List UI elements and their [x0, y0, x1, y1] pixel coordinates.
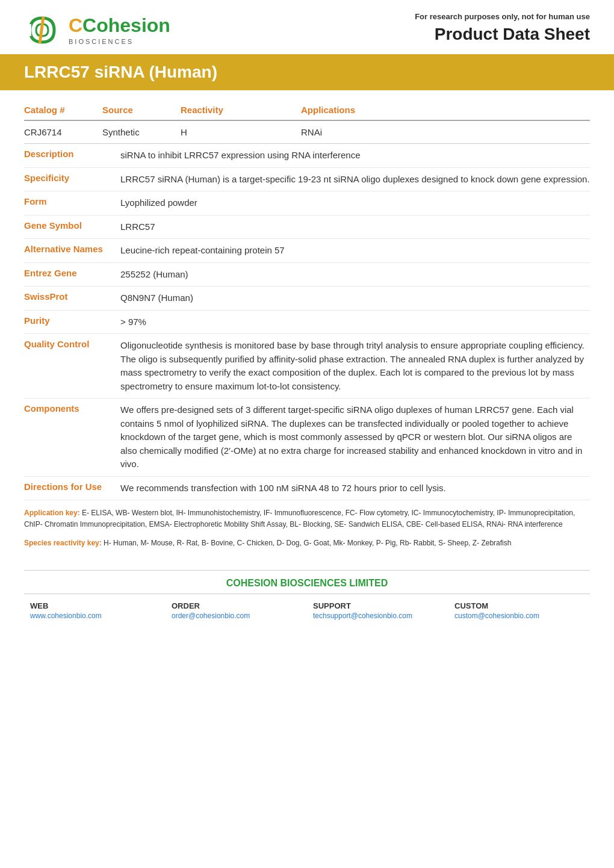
alt-names-label: Alternative Names [24, 244, 120, 254]
svg-line-1 [40, 17, 43, 43]
gene-symbol-label: Gene Symbol [24, 220, 120, 231]
components-value: We offers pre-designed sets of 3 differe… [120, 403, 590, 471]
svg-rect-0 [24, 24, 31, 36]
qc-label: Quality Control [24, 339, 120, 349]
logo-ohesion: Cohesion [82, 14, 170, 36]
footer-order-label: ORDER [172, 601, 301, 610]
alt-names-value: Leucine-rich repeat-containing protein 5… [120, 244, 590, 258]
footer-custom-label: CUSTOM [454, 601, 584, 610]
footer: COHESION BIOSCIENCES LIMITED WEB www.coh… [0, 570, 614, 627]
directions-label: Directions for Use [24, 482, 120, 492]
entrez-label: Entrez Gene [24, 268, 120, 278]
title-bar: LRRC57 siRNA (Human) [0, 54, 614, 90]
catalog-value: CRJ6714 [24, 127, 102, 137]
entrez-row: Entrez Gene 255252 (Human) [24, 263, 590, 287]
qc-value: Oligonucleotide synthesis is monitored b… [120, 339, 590, 393]
table-header: Catalog # Source Reactivity Applications [24, 96, 590, 121]
purity-label: Purity [24, 315, 120, 326]
specificity-value: LRRC57 siRNA (Human) is a target-specifi… [120, 173, 590, 187]
logo-area: CCohesion BIOSCIENCES [24, 12, 170, 48]
logo-biosciences: BIOSCIENCES [69, 38, 170, 45]
app-key-value: E- ELISA, WB- Western blot, IH- Immunohi… [24, 509, 575, 529]
footer-order-value[interactable]: order@cohesionbio.com [172, 612, 301, 620]
gene-symbol-value: LRRC57 [120, 220, 590, 234]
table-row: CRJ6714 Synthetic H RNAi [24, 121, 590, 144]
footer-web-value[interactable]: www.cohesionbio.com [30, 612, 160, 620]
purity-row: Purity > 97% [24, 311, 590, 335]
species-key-value: H- Human, M- Mouse, R- Rat, B- Bovine, C… [104, 539, 511, 547]
form-label: Form [24, 196, 120, 206]
purity-value: > 97% [120, 315, 590, 329]
description-label: Description [24, 149, 120, 159]
form-value: Lyophilized powder [120, 196, 590, 210]
components-row: Components We offers pre-designed sets o… [24, 398, 590, 477]
form-row: Form Lyophilized powder [24, 191, 590, 215]
footer-support-value[interactable]: techsupport@cohesionbio.com [313, 612, 442, 620]
logo-name: CCohesion [69, 15, 170, 36]
product-data-sheet-title: Product Data Sheet [415, 25, 590, 44]
col-applications-header: Applications [301, 105, 590, 115]
header-right: For research purposes only, not for huma… [415, 12, 590, 44]
alt-names-row: Alternative Names Leucine-rich repeat-co… [24, 239, 590, 263]
col-catalog-header: Catalog # [24, 105, 102, 115]
footer-links: WEB www.cohesionbio.com ORDER order@cohe… [24, 594, 590, 627]
application-key: Application key: E- ELISA, WB- Western b… [24, 507, 590, 530]
species-key: Species reactivity key: H- Human, M- Mou… [24, 538, 590, 549]
footer-col-support: SUPPORT techsupport@cohesionbio.com [307, 598, 448, 624]
entrez-value: 255252 (Human) [120, 268, 590, 282]
header: CCohesion BIOSCIENCES For research purpo… [0, 0, 614, 54]
swissprot-label: SwissProt [24, 291, 120, 302]
footer-custom-value[interactable]: custom@cohesionbio.com [454, 612, 584, 620]
research-note: For research purposes only, not for huma… [415, 12, 590, 21]
reactivity-value: H [181, 127, 301, 137]
specificity-label: Specificity [24, 173, 120, 183]
product-title: LRRC57 siRNA (Human) [24, 63, 590, 82]
footer-company: COHESION BIOSCIENCES LIMITED [24, 570, 590, 589]
logo-text-block: CCohesion BIOSCIENCES [69, 15, 170, 45]
directions-value: We recommends transfection with 100 nM s… [120, 482, 590, 495]
gene-symbol-row: Gene Symbol LRRC57 [24, 215, 590, 240]
logo-c: C [69, 14, 82, 36]
qc-row: Quality Control Oligonucleotide synthesi… [24, 334, 590, 398]
app-key-label: Application key: [24, 509, 80, 517]
swissprot-value: Q8N9N7 (Human) [120, 291, 590, 305]
source-value: Synthetic [102, 127, 181, 137]
applications-value: RNAi [301, 127, 590, 137]
directions-row: Directions for Use We recommends transfe… [24, 477, 590, 501]
species-key-label: Species reactivity key: [24, 539, 102, 547]
specificity-row: Specificity LRRC57 siRNA (Human) is a ta… [24, 168, 590, 192]
description-value: siRNA to inhibit LRRC57 expression using… [120, 149, 590, 163]
logo-icon [24, 12, 66, 48]
footer-support-label: SUPPORT [313, 601, 442, 610]
col-source-header: Source [102, 105, 181, 115]
footer-col-custom: CUSTOM custom@cohesionbio.com [448, 598, 590, 624]
description-row: Description siRNA to inhibit LRRC57 expr… [24, 144, 590, 168]
components-label: Components [24, 403, 120, 414]
col-reactivity-header: Reactivity [181, 105, 301, 115]
footer-col-order: ORDER order@cohesionbio.com [166, 598, 307, 624]
swissprot-row: SwissProt Q8N9N7 (Human) [24, 287, 590, 311]
footer-web-label: WEB [30, 601, 160, 610]
footer-col-web: WEB www.cohesionbio.com [24, 598, 166, 624]
main-content: Catalog # Source Reactivity Applications… [0, 96, 614, 562]
